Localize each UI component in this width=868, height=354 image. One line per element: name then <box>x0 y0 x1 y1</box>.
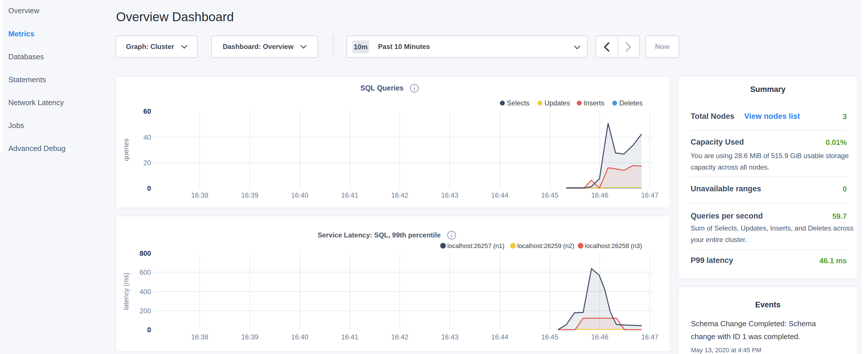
svg-text:20: 20 <box>143 159 151 167</box>
svg-text:SQL Queries: SQL Queries <box>361 84 404 92</box>
svg-text:16:41: 16:41 <box>341 333 358 341</box>
svg-text:16:38: 16:38 <box>191 333 208 341</box>
svg-text:16:42: 16:42 <box>391 191 408 199</box>
svg-text:60: 60 <box>143 107 151 115</box>
svg-text:16:43: 16:43 <box>441 191 458 199</box>
svg-text:16:47: 16:47 <box>641 333 658 341</box>
svg-text:16:43: 16:43 <box>441 333 458 341</box>
svg-text:400: 400 <box>140 288 151 296</box>
svg-text:16:40: 16:40 <box>291 333 308 341</box>
svg-text:16:46: 16:46 <box>591 333 608 341</box>
svg-text:localhost:26259 (n2): localhost:26259 (n2) <box>517 242 574 250</box>
svg-text:0: 0 <box>147 326 151 334</box>
svg-text:16:42: 16:42 <box>391 333 408 341</box>
svg-text:localhost:26258 (n3): localhost:26258 (n3) <box>585 242 642 250</box>
svg-text:16:40: 16:40 <box>291 191 308 199</box>
svg-text:localhost:26257 (n1): localhost:26257 (n1) <box>447 242 504 250</box>
svg-text:16:38: 16:38 <box>191 191 208 199</box>
svg-text:16:45: 16:45 <box>541 191 558 199</box>
svg-text:Inserts: Inserts <box>584 99 604 107</box>
svg-text:16:39: 16:39 <box>241 333 258 341</box>
svg-text:Service Latency: SQL, 99th per: Service Latency: SQL, 99th percentile <box>317 231 441 239</box>
svg-text:Updates: Updates <box>545 99 570 107</box>
svg-text:600: 600 <box>140 268 151 276</box>
svg-text:16:44: 16:44 <box>491 191 508 199</box>
svg-text:800: 800 <box>140 250 151 257</box>
svg-text:Deletes: Deletes <box>619 99 643 107</box>
svg-text:16:45: 16:45 <box>541 333 558 341</box>
svg-text:16:44: 16:44 <box>491 333 508 341</box>
svg-text:200: 200 <box>140 307 151 315</box>
svg-text:queries: queries <box>122 139 130 161</box>
svg-text:16:46: 16:46 <box>591 191 608 199</box>
svg-text:40: 40 <box>143 133 151 141</box>
svg-text:latency (ms): latency (ms) <box>122 273 130 310</box>
svg-text:16:47: 16:47 <box>641 191 658 199</box>
svg-text:0: 0 <box>147 185 151 192</box>
svg-text:16:39: 16:39 <box>241 191 258 199</box>
svg-text:16:41: 16:41 <box>341 191 358 199</box>
svg-text:Selects: Selects <box>507 99 530 107</box>
